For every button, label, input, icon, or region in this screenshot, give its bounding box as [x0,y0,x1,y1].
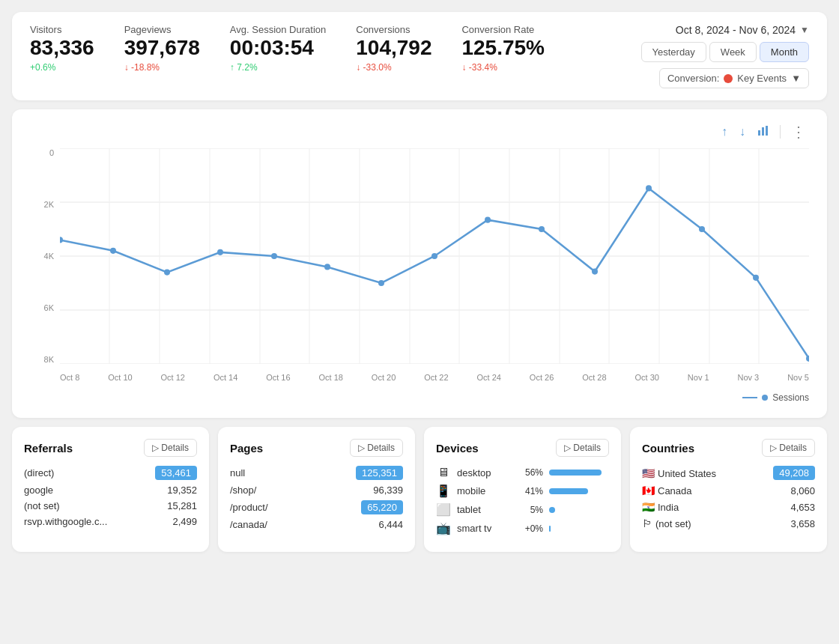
referrals-details-btn[interactable]: ▷ Details [144,439,197,457]
chart-more-btn[interactable]: ⋮ [788,121,809,142]
stat-change-pageviews: ↓ -18.8% [124,62,200,73]
device-bar-wrap [549,488,609,494]
chart-y-label-4: 0 [49,148,54,157]
chart-x-oct22: Oct 22 [424,373,448,382]
countries-details-btn[interactable]: ▷ Details [762,439,815,457]
devices-title: Devices [436,442,479,455]
device-name: desktop [457,467,515,479]
chart-x-nov1: Nov 1 [688,373,709,382]
device-name: tablet [457,504,515,515]
page-value: 6,444 [362,519,403,530]
page-label: null [230,467,356,479]
period-btn-yesterday[interactable]: Yesterday [641,42,706,62]
svg-point-22 [60,237,63,243]
device-row: ⬜ tablet 5% [436,502,609,517]
device-name: mobile [457,485,515,496]
chart-x-oct8: Oct 8 [60,373,79,382]
chart-x-oct12: Oct 12 [161,373,185,382]
date-range[interactable]: Oct 8, 2024 - Nov 6, 2024 ▼ [676,24,809,36]
device-icon: ⬜ [436,502,451,517]
chart-x-oct14: Oct 14 [213,373,237,382]
page-row: /product/ 65,220 [230,500,403,514]
countries-rows: 🇺🇸United States 49,208 🇨🇦Canada 8,060 🇮🇳… [642,466,815,529]
chart-wrapper: 8K 6K 4K 2K 0 [30,148,809,388]
main-container: Visitors 83,336 +0.6% Pageviews 397,678 … [12,12,827,552]
device-icon: 📺 [436,521,451,535]
stat-value-conv-rate: 125.75% [461,37,545,60]
device-bar [549,488,588,494]
referral-label: rsvp.withgoogle.c... [24,516,156,527]
referral-value: 2,499 [156,516,197,527]
stat-value-visitors: 83,336 [30,37,94,60]
svg-point-34 [699,226,705,232]
stat-change-conv-rate: ↓ -33.4% [461,62,545,73]
device-bar [549,507,555,513]
pages-title: Pages [230,442,263,455]
svg-point-23 [110,248,116,254]
stat-pageviews: Pageviews 397,678 ↓ -18.8% [124,24,200,73]
conversion-filter-chevron: ▼ [791,73,801,84]
stat-conv-rate: Conversion Rate 125.75% ↓ -33.4% [461,24,545,73]
page-row: /shop/ 96,339 [230,484,403,496]
pages-rows: null 125,351 /shop/ 96,339 /product/ 65,… [230,466,403,530]
country-flag: 🇺🇸 [642,467,655,479]
chart-y-axis: 8K 6K 4K 2K 0 [30,148,60,364]
chart-toolbar: ↑ ↓ ⋮ [30,121,809,142]
country-label: 🇺🇸United States [642,467,773,479]
svg-point-29 [431,253,437,259]
period-btn-month[interactable]: Month [760,42,809,62]
device-pct: 56% [521,467,543,478]
referral-value: 19,352 [156,484,197,496]
page-label: /product/ [230,502,361,513]
stat-label-conv-rate: Conversion Rate [461,24,545,35]
chart-x-oct28: Oct 28 [582,373,606,382]
svg-rect-0 [758,130,760,136]
chart-section: ↑ ↓ ⋮ 8K 6K 4K 2K 0 [12,109,827,418]
pages-details-btn[interactable]: ▷ Details [350,439,403,457]
referrals-title: Referrals [24,442,73,455]
chart-up-btn[interactable]: ↑ [718,124,730,140]
page-value: 125,351 [356,466,403,480]
country-flag: 🇮🇳 [642,501,655,513]
period-btn-week[interactable]: Week [709,42,757,62]
chart-x-oct20: Oct 20 [372,373,396,382]
devices-details-btn[interactable]: ▷ Details [556,439,609,457]
country-value: 3,658 [774,518,815,529]
chart-down-btn[interactable]: ↓ [736,124,748,140]
stat-conversions: Conversions 104,792 ↓ -33.0% [356,24,431,73]
chart-y-label-2: 4K [44,252,54,261]
devices-header: Devices ▷ Details [436,439,609,457]
devices-card: Devices ▷ Details 🖥 desktop 56% 📱 mobile… [424,427,621,552]
conv-dot [724,74,733,83]
pages-card: Pages ▷ Details null 125,351 /shop/ 96,3… [218,427,415,552]
period-buttons: YesterdayWeekMonth [641,42,809,62]
country-row: 🇨🇦Canada 8,060 [642,484,815,496]
stat-change-avg-session: ↑ 7.2% [230,62,326,73]
legend-line [742,397,757,398]
device-row: 📱 mobile 41% [436,484,609,498]
device-icon: 📱 [436,484,451,498]
legend-dot [762,395,768,401]
device-icon: 🖥 [436,466,451,479]
device-bar-wrap [549,526,609,532]
country-label: 🇨🇦Canada [642,484,774,496]
svg-point-25 [217,249,223,255]
device-name: smart tv [457,523,515,534]
referral-label: (direct) [24,467,155,479]
chart-bar-btn[interactable] [754,123,772,141]
conversion-filter[interactable]: Conversion: Key Events ▼ [659,68,809,88]
svg-point-35 [753,275,759,281]
stat-change-conversions: ↓ -33.0% [356,62,431,73]
date-range-chevron: ▼ [800,25,809,35]
conversion-filter-event: Key Events [737,73,787,84]
chart-legend: Sessions [30,392,809,403]
referral-value: 15,281 [156,500,197,511]
country-flag: 🇨🇦 [642,484,655,496]
referral-row: google 19,352 [24,484,197,496]
device-pct: +0% [521,523,543,534]
country-value: 8,060 [774,485,815,496]
chart-y-label-1: 6K [44,303,54,312]
referral-row: rsvp.withgoogle.c... 2,499 [24,516,197,527]
stat-change-visitors: +0.6% [30,62,94,73]
device-bar-wrap [549,470,609,476]
